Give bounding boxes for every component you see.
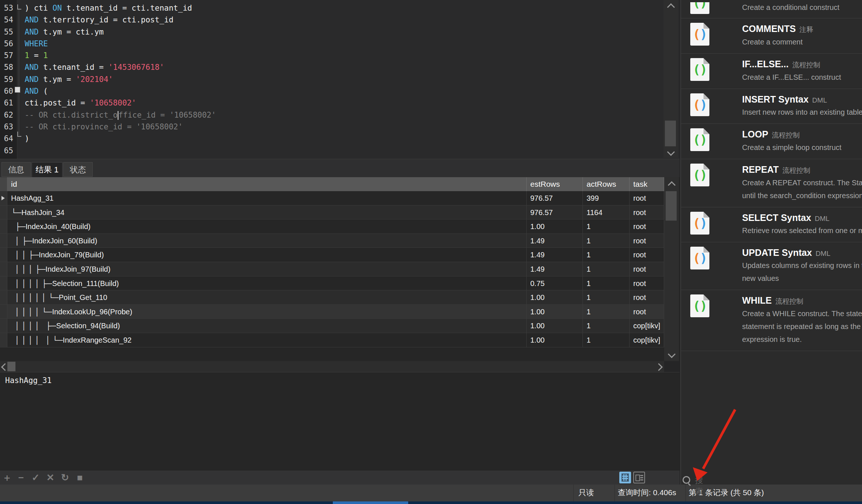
cell-estRows[interactable]: 1.49 [527,262,583,276]
table-row[interactable]: │ │ │ ├─IndexJoin_97(Build)1.491root [0,262,664,276]
code-line[interactable]: 61cti.post_id = '10658002' [0,97,658,109]
table-row[interactable]: │ │ │ │ ├─Selection_94(Build)1.001cop[ti… [0,319,664,333]
cell-id[interactable]: │ │ │ │ │ └─IndexRangeScan_92 [7,333,527,347]
tab-info[interactable]: 信息 [1,162,31,177]
column-header-actRows[interactable]: actRows [583,177,630,191]
cell-actRows[interactable]: 1 [583,319,630,333]
cell-task[interactable]: root [630,305,664,319]
hscrollbar-thumb[interactable] [7,362,15,371]
table-row[interactable]: │ │ │ │ │ └─IndexRangeScan_921.001cop[ti… [0,333,664,347]
cell-estRows[interactable]: 0.75 [527,276,583,291]
snippet-item-repeat[interactable]: ()REPEAT流程控制Create A REPEAT construct. T… [681,159,862,207]
cell-id[interactable]: └─HashJoin_34 [7,205,527,220]
code-line[interactable]: 60AND ( [0,85,658,97]
snippet-item-if-else[interactable]: ()IF...ELSE...流程控制Create a IF...ELSE... … [681,54,862,89]
code-line[interactable]: 58AND t.tenant_id = '1453067618' [0,61,658,73]
cell-id[interactable]: │ │ │ │ ├─Selection_94(Build) [7,319,527,333]
snippet-item-select-syntax[interactable]: ()SELECT SyntaxDMLRetrieve rows selected… [681,207,862,242]
cell-id[interactable]: ├─IndexJoin_40(Build) [7,219,527,234]
table-row[interactable]: │ │ │ │ ├─Selection_111(Build)0.751root [0,276,664,291]
cell-id[interactable]: │ │ │ │ │ └─Point_Get_110 [7,290,527,305]
cell-task[interactable]: root [630,234,664,248]
code-line[interactable]: 64) [0,133,658,144]
search-icon[interactable] [683,476,690,484]
cell-id[interactable]: │ │ │ │ ├─Selection_111(Build) [7,276,527,291]
grid-horizontal-scrollbar[interactable] [0,361,664,372]
code-line[interactable]: 59AND t.ym = '202104' [0,74,658,85]
sql-editor[interactable]: 53) cti ON t.tenant_id = cti.tenant_id54… [0,0,680,159]
cell-task[interactable]: root [630,262,664,276]
scroll-down-icon[interactable] [667,148,675,156]
snippet-item-loop[interactable]: ()LOOP流程控制Create a simple loop construct [681,124,862,159]
code-line[interactable]: 54AND t.territory_id = cti.post_id [0,14,658,26]
table-row[interactable]: │ ├─IndexJoin_60(Build)1.491root [0,234,664,248]
grid-vertical-scrollbar[interactable] [664,177,679,361]
cell-estRows[interactable]: 1.49 [527,248,583,262]
cell-id[interactable]: │ │ │ ├─IndexJoin_97(Build) [7,262,527,276]
cell-estRows[interactable]: 1.00 [527,305,583,319]
cell-estRows[interactable]: 1.00 [527,333,583,347]
cell-task[interactable]: root [630,248,664,262]
delete-row-button[interactable]: − [15,471,27,485]
cell-actRows[interactable]: 1 [583,305,630,319]
cell-estRows[interactable]: 1.49 [527,234,583,248]
table-row[interactable]: HashAgg_31976.57399root [0,191,664,205]
grid-view-button[interactable] [619,472,631,483]
table-row[interactable]: ├─IndexJoin_40(Build)1.001root [0,219,664,234]
cell-id[interactable]: │ ├─IndexJoin_60(Build) [7,234,527,248]
scroll-down-icon[interactable] [668,350,676,358]
editor-vertical-scrollbar[interactable] [663,0,678,158]
column-header-estRows[interactable]: estRows [527,177,583,191]
cell-task[interactable]: root [630,290,664,305]
snippet-item-while[interactable]: ()WHILE流程控制Create a WHILE construct. The… [681,290,862,351]
code-line[interactable]: 55AND t.ym = cti.ym [0,26,658,38]
cell-actRows[interactable]: 1 [583,262,630,276]
code-line[interactable]: 62-- OR cti.district_office_id = '106580… [0,109,658,121]
cell-estRows[interactable]: 976.57 [527,191,583,205]
cell-actRows[interactable]: 1 [583,333,630,347]
cell-id[interactable]: │ │ ├─IndexJoin_79(Build) [7,248,527,262]
refresh-button[interactable]: ↻ [59,471,71,485]
scroll-up-icon[interactable] [667,3,675,11]
tab-result-1[interactable]: 结果 1 [32,162,63,178]
cell-task[interactable]: cop[tikv] [630,319,664,333]
code-line[interactable]: 65 [0,145,658,157]
cell-actRows[interactable]: 1 [583,219,630,234]
cell-actRows[interactable]: 1 [583,234,630,248]
table-row[interactable]: └─HashJoin_34976.571164root [0,205,664,220]
snippet-item-partial[interactable]: ()Create a conditional construct [681,2,862,18]
cell-task[interactable]: root [630,276,664,291]
cell-actRows[interactable]: 399 [583,191,630,205]
cell-task[interactable]: root [630,191,664,205]
add-row-button[interactable]: ＋ [1,471,13,485]
cell-actRows[interactable]: 1 [583,276,630,291]
column-header-id[interactable]: id [7,177,527,191]
cell-estRows[interactable]: 1.00 [527,319,583,333]
stop-button[interactable]: ■ [74,471,86,485]
table-row[interactable]: │ │ │ │ │ └─Point_Get_1101.001root [0,290,664,305]
tab-status[interactable]: 状态 [63,162,93,177]
cell-task[interactable]: root [630,219,664,234]
code-line[interactable]: 53) cti ON t.tenant_id = cti.tenant_id [0,2,658,14]
cancel-button[interactable]: ✕ [44,471,57,485]
column-header-task[interactable]: task [630,177,664,191]
code-line[interactable]: 571 = 1 [0,50,658,61]
cell-task[interactable]: root [630,205,664,220]
grid-scrollbar-thumb[interactable] [666,191,677,221]
form-view-button[interactable] [633,472,645,483]
editor-scrollbar-thumb[interactable] [665,121,676,146]
snippet-item-insert-syntax[interactable]: ()INSERT SyntaxDMLInsert new rows into a… [681,89,862,124]
cell-actRows[interactable]: 1 [583,248,630,262]
cell-task[interactable]: cop[tikv] [630,333,664,347]
table-row[interactable]: │ │ ├─IndexJoin_79(Build)1.491root [0,248,664,262]
scroll-up-icon[interactable] [668,181,676,189]
snippet-item-comments[interactable]: ()COMMENTS注释Create a comment [681,18,862,54]
cell-id[interactable]: │ │ │ │ └─IndexLookUp_96(Probe) [7,305,527,319]
cell-actRows[interactable]: 1 [583,290,630,305]
cell-estRows[interactable]: 976.57 [527,205,583,220]
code-line[interactable]: 56WHERE [0,38,658,50]
snippet-item-update-syntax[interactable]: ()UPDATE SyntaxDMLUpdates columns of exi… [681,242,862,290]
apply-button[interactable]: ✓ [29,471,42,485]
cell-estRows[interactable]: 1.00 [527,290,583,305]
cell-actRows[interactable]: 1164 [583,205,630,220]
